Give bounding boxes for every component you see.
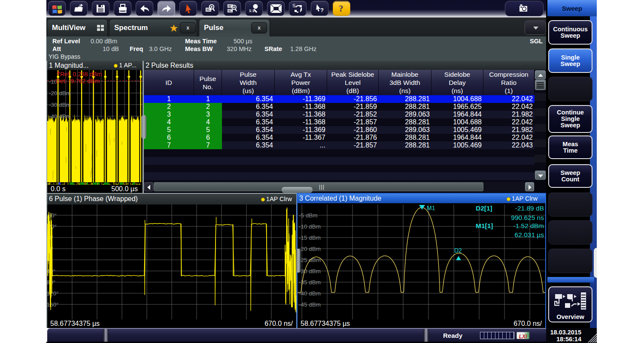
svg-text:M1[1]: M1[1] <box>476 222 493 229</box>
svg-text:-1.52 dBm: -1.52 dBm <box>513 222 544 229</box>
svg-text:-21.89 dB: -21.89 dB <box>515 205 544 212</box>
svg-text:-10 dBm: -10 dBm <box>299 223 321 230</box>
svg-text:-20 dBm: -20 dBm <box>49 90 71 96</box>
svg-text:?: ? <box>339 3 343 14</box>
svg-text:?: ? <box>320 7 324 13</box>
svg-text:-45 dBm: -45 dBm <box>299 301 321 308</box>
svg-text:-120°: -120° <box>47 290 58 297</box>
svg-text:Ref. 0.238 dBm: Ref. 0.238 dBm <box>60 71 102 78</box>
svg-text:1:1: 1:1 <box>249 9 255 13</box>
svg-text:-30 dBm: -30 dBm <box>299 268 321 274</box>
svg-text:-30 dBm: -30 dBm <box>49 102 71 108</box>
svg-text:D2[1]: D2[1] <box>476 205 492 212</box>
svg-text:-40 dBm: -40 dBm <box>49 113 71 120</box>
svg-text:-40 dBm: -40 dBm <box>299 290 321 297</box>
svg-text:-20 dBm: -20 dBm <box>299 246 321 252</box>
svg-text:-15 dBm: -15 dBm <box>299 235 321 241</box>
svg-text:-25 dBm: -25 dBm <box>299 257 321 263</box>
svg-text:990.625 ns: 990.625 ns <box>511 214 544 221</box>
svg-text:Det. -9.762 dBm: Det. -9.762 dBm <box>56 78 100 84</box>
svg-text:D2: D2 <box>454 247 462 254</box>
svg-text:M1: M1 <box>427 205 435 211</box>
svg-text:-5 dBm: -5 dBm <box>299 212 318 219</box>
svg-text:62.031 µs: 62.031 µs <box>515 231 544 238</box>
svg-text:-160°: -160° <box>47 301 58 308</box>
svg-text:S: S <box>292 3 295 8</box>
